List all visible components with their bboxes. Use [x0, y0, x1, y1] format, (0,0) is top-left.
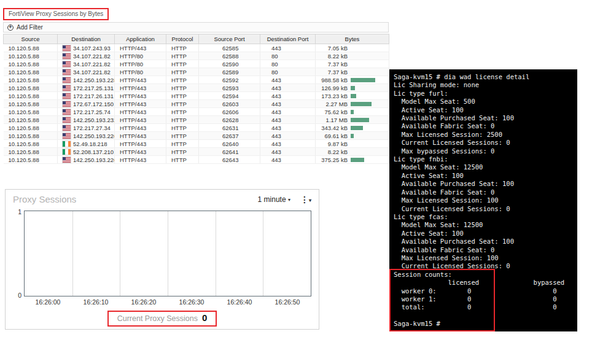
bytes-value: 375.25 kB — [316, 157, 348, 163]
page-title: FortiView Proxy Sessions by Bytes — [9, 10, 103, 17]
add-filter-button[interactable]: Add Filter — [17, 24, 43, 31]
bytes-value: 173.23 kB — [316, 93, 348, 99]
table-row[interactable]: 10.120.5.88172.217.27.34HTTP/443HTTP6263… — [4, 124, 389, 132]
cell-destination-port: 443 — [260, 156, 316, 164]
table-row[interactable]: 10.120.5.88142.250.193.228HTTP/443HTTP62… — [4, 76, 389, 84]
country-flag-icon — [63, 149, 71, 155]
bytes-value: 343.42 kB — [316, 125, 348, 131]
table-row[interactable]: 10.120.5.8852.49.18.218HTTP/443HTTP62640… — [4, 140, 389, 148]
x-axis-tick-label: 16:26:00 — [24, 298, 72, 306]
country-flag-icon — [63, 133, 71, 139]
table-row[interactable]: 10.120.5.88172.217.26.131HTTP/443HTTP625… — [4, 92, 389, 100]
table-row[interactable]: 10.120.5.88142.250.193.232HTTP/443HTTP62… — [4, 116, 389, 124]
bytes-bar — [351, 118, 369, 122]
cell-source: 10.120.5.88 — [4, 60, 58, 68]
column-header-source-port[interactable]: Source Port — [199, 34, 260, 44]
table-row[interactable]: 10.120.5.88142.250.193.226HTTP/443HTTP62… — [4, 156, 389, 164]
cell-application: HTTP/443 — [115, 116, 166, 124]
column-header-destination[interactable]: Destination — [58, 34, 115, 44]
table-row[interactable]: 10.120.5.88142.250.193.226HTTP/443HTTP62… — [4, 132, 389, 140]
country-flag-icon — [63, 53, 71, 59]
table-row[interactable]: 10.120.5.88172.67.172.150HTTP/443HTTP626… — [4, 100, 389, 108]
cell-application: HTTP/80 — [115, 68, 166, 76]
interval-dropdown[interactable]: 1 minute ▾ — [258, 195, 290, 204]
country-flag-icon — [63, 93, 71, 99]
cell-application: HTTP/443 — [115, 132, 166, 140]
cell-source: 10.120.5.88 — [4, 52, 58, 60]
cell-destination: 34.107.221.82 — [58, 68, 115, 76]
x-axis-tick-label: 16:26:30 — [168, 298, 216, 306]
column-header-destination-port[interactable]: Destination Port — [260, 34, 316, 44]
cell-protocol: HTTP — [166, 52, 199, 60]
cell-source-port: 62589 — [199, 68, 260, 76]
cell-source-port: 62640 — [199, 140, 260, 148]
cell-protocol: HTTP — [166, 76, 199, 84]
cell-source: 10.120.5.88 — [4, 148, 58, 156]
filter-bar[interactable]: + Add Filter — [3, 22, 389, 33]
country-flag-icon — [63, 77, 71, 83]
cell-source-port: 62590 — [199, 60, 260, 68]
cell-source-port: 62643 — [199, 156, 260, 164]
cell-source-port: 62585 — [199, 44, 260, 52]
table-row[interactable]: 10.120.5.88172.217.25.74HTTP/443HTTP6260… — [4, 108, 389, 116]
cell-destination: 172.217.25.74 — [58, 108, 115, 116]
bytes-bar — [351, 102, 372, 106]
bytes-bar — [351, 158, 364, 162]
bytes-value: 8.22 kB — [316, 149, 348, 155]
cell-destination: 142.250.193.232 — [58, 116, 115, 124]
cell-bytes: 8.22 kB — [316, 52, 389, 60]
cell-protocol: HTTP — [166, 100, 199, 108]
add-filter-icon: + — [7, 25, 14, 31]
bytes-bar — [351, 134, 354, 138]
table-row[interactable]: 10.120.5.8834.107.221.82HTTP/80HTTP62589… — [4, 68, 389, 76]
cell-destination: 142.250.193.228 — [58, 76, 115, 84]
cell-destination-port: 443 — [260, 84, 316, 92]
terminal-window[interactable]: Saga-kvm15 # dia wad license detail Lic … — [389, 69, 577, 331]
cell-destination: 34.107.221.82 — [58, 60, 115, 68]
cell-source: 10.120.5.88 — [4, 156, 58, 164]
bytes-value: 7.05 kB — [316, 45, 348, 52]
cell-destination: 172.217.27.34 — [58, 124, 115, 132]
cell-destination-port: 80 — [260, 52, 316, 60]
country-flag-icon — [63, 45, 71, 51]
bytes-bar — [351, 110, 354, 114]
cell-protocol: HTTP — [166, 44, 199, 52]
chevron-down-icon: ▾ — [309, 198, 311, 203]
cell-source-port: 62631 — [199, 124, 260, 132]
cell-source: 10.120.5.88 — [4, 108, 58, 116]
cell-bytes: 75.62 kB — [316, 108, 389, 116]
terminal-output: Saga-kvm15 # dia wad license detail Lic … — [389, 69, 577, 328]
cell-bytes: 7.37 kB — [316, 60, 389, 68]
cell-bytes: 7.05 kB — [316, 44, 389, 52]
column-header-source[interactable]: Source — [4, 34, 58, 44]
table-row[interactable]: 10.120.5.8834.107.243.93HTTP/443HTTP6258… — [4, 44, 389, 52]
cell-destination: 172.67.172.150 — [58, 100, 115, 108]
table-row[interactable]: 10.120.5.8852.208.137.210HTTP/443HTTP626… — [4, 148, 389, 156]
column-header-bytes[interactable]: Bytes — [316, 34, 389, 44]
cell-destination-port: 443 — [260, 92, 316, 100]
cell-destination: 34.107.243.93 — [58, 44, 115, 52]
current-sessions-highlight: Current Proxy Sessions0 — [107, 311, 217, 327]
table-row[interactable]: 10.120.5.8834.107.221.82HTTP/80HTTP62588… — [4, 52, 389, 60]
x-axis-tick-label: 16:26:10 — [72, 298, 120, 306]
cell-source-port: 62628 — [199, 116, 260, 124]
table-row[interactable]: 10.120.5.88172.217.25.131HTTP/443HTTP625… — [4, 84, 389, 92]
x-axis-tick-label: 16:26:50 — [263, 298, 311, 306]
column-header-protocol[interactable]: Protocol — [166, 34, 199, 44]
table-row[interactable]: 10.120.5.8834.107.221.82HTTP/80HTTP62590… — [4, 60, 389, 68]
x-axis-tick-label: 16:26:20 — [120, 298, 168, 306]
country-flag-icon — [63, 141, 71, 147]
cell-destination: 34.107.221.82 — [58, 52, 115, 60]
cell-protocol: HTTP — [166, 132, 199, 140]
cell-source-port: 62588 — [199, 52, 260, 60]
y-axis-min-label: 0 — [14, 292, 21, 299]
chart-menu-button[interactable]: ⋮▾ — [300, 195, 311, 204]
cell-protocol: HTTP — [166, 124, 199, 132]
cell-application: HTTP/443 — [115, 100, 166, 108]
column-header-application[interactable]: Application — [115, 34, 166, 44]
country-flag-icon — [63, 69, 71, 75]
cell-protocol: HTTP — [166, 140, 199, 148]
cell-bytes: 1.17 MB — [316, 116, 389, 124]
cell-destination-port: 80 — [260, 60, 316, 68]
cell-protocol: HTTP — [166, 92, 199, 100]
